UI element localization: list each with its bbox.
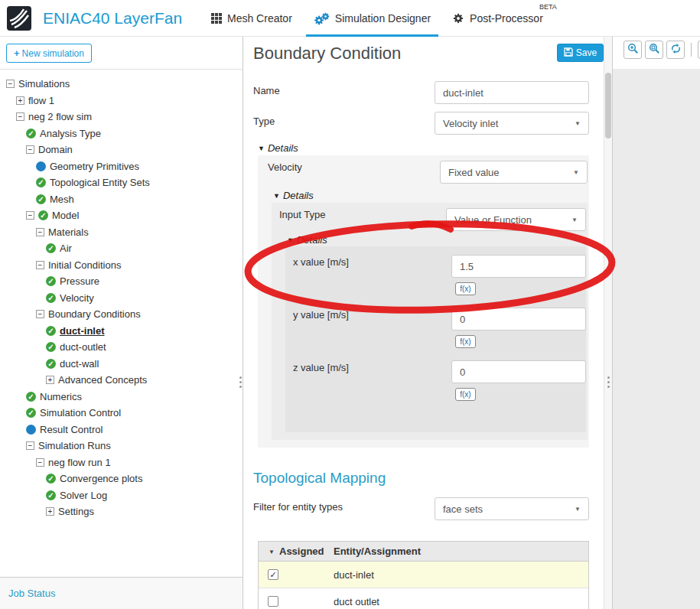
new-simulation-label: New simulation: [22, 48, 84, 59]
expand-toggle-icon[interactable]: +: [46, 376, 54, 384]
tree-item-simulations[interactable]: −Simulations: [0, 76, 243, 93]
table-row-duct-inlet[interactable]: ✓duct-inlet: [259, 562, 588, 588]
chevron-down-icon: ▼: [575, 120, 581, 127]
tree-item-duct-inlet[interactable]: ✓duct-inlet: [0, 323, 243, 340]
splitter-grip-right[interactable]: [607, 375, 610, 392]
expand-toggle-icon[interactable]: +: [16, 96, 24, 105]
tree-item-neg-2-flow-sim[interactable]: −neg 2 flow sim: [0, 109, 243, 125]
zoom-in-button[interactable]: [623, 41, 642, 59]
x-value-input[interactable]: [451, 255, 586, 278]
input-type-select[interactable]: Value or Function ▼: [446, 208, 586, 231]
tree-item-model[interactable]: −✓Model: [0, 207, 243, 224]
tab-simulation-designer[interactable]: Simulation Designer: [303, 0, 441, 37]
name-input[interactable]: [435, 81, 589, 104]
assigned-checkbox[interactable]: [268, 596, 278, 607]
refresh-button[interactable]: [666, 41, 685, 59]
tab-post-processor[interactable]: Post-ProcessorBETA: [441, 0, 554, 37]
expand-toggle-icon[interactable]: +: [46, 507, 54, 516]
y-value-input[interactable]: [451, 308, 586, 331]
tree-item-solver-log[interactable]: ✓Solver Log: [0, 487, 243, 504]
tree-item-topological-entity-sets[interactable]: ✓Topological Entity Sets: [0, 174, 243, 191]
table-header[interactable]: ▼ Assigned Entity/Assignment: [259, 542, 588, 562]
new-simulation-button[interactable]: + New simulation: [6, 44, 92, 63]
table-row-duct-outlet[interactable]: duct outlet: [259, 588, 588, 609]
check-icon: ✓: [26, 408, 36, 418]
tree-item-duct-outlet[interactable]: ✓duct-outlet: [0, 339, 243, 356]
tree-item-label: Geometry Primitives: [50, 161, 139, 172]
tree-item-mesh[interactable]: ✓Mesh: [0, 191, 243, 208]
status-dot-icon: [26, 425, 36, 435]
tree-item-advanced-concepts[interactable]: +Advanced Concepts: [0, 372, 243, 389]
collapse-toggle-icon[interactable]: −: [16, 112, 24, 121]
tree-item-boundary-conditions[interactable]: −Boundary Conditions: [0, 306, 243, 323]
zoom-box-button[interactable]: [645, 41, 663, 59]
details-toggle-2[interactable]: ▼ Details: [273, 190, 314, 201]
tree-item-duct-wall[interactable]: ✓duct-wall: [0, 356, 243, 373]
tree-item-label: neg flow run 1: [48, 457, 111, 468]
collapse-toggle-icon[interactable]: −: [26, 441, 34, 450]
tree-item-label: Mesh: [50, 194, 74, 205]
app-logo: [7, 6, 31, 31]
collapse-toggle-icon[interactable]: −: [36, 261, 44, 269]
fx-button-z[interactable]: f(x): [455, 388, 476, 401]
fx-button-y[interactable]: f(x): [455, 335, 476, 348]
entity-filter-select[interactable]: face sets ▼: [435, 497, 589, 520]
tree-item-velocity[interactable]: ✓Velocity: [0, 290, 243, 307]
collapse-toggle-icon[interactable]: −: [36, 310, 44, 318]
entity-filter-value: face sets: [443, 503, 483, 515]
name-label: Name: [253, 85, 280, 96]
collapse-toggle-icon[interactable]: −: [36, 458, 44, 467]
fx-button-x[interactable]: f(x): [455, 282, 476, 295]
tree-item-neg-flow-run-1[interactable]: −neg flow run 1: [0, 454, 243, 471]
save-button[interactable]: Save: [557, 44, 604, 62]
tree-item-domain[interactable]: −Domain: [0, 142, 243, 158]
tree-item-flow-1[interactable]: +flow 1: [0, 93, 243, 109]
assigned-checkbox[interactable]: ✓: [268, 569, 278, 580]
tree-item-label: Pressure: [60, 275, 99, 287]
topological-mapping-table: ▼ Assigned Entity/Assignment ✓duct-inlet…: [258, 541, 589, 609]
check-icon: ✓: [36, 177, 46, 187]
column-entity-assignment: Entity/Assignment: [334, 545, 421, 557]
tree-item-numerics[interactable]: ✓Numerics: [0, 389, 243, 405]
scrollbar-thumb[interactable]: [605, 73, 611, 138]
collapse-toggle-icon[interactable]: −: [36, 228, 44, 236]
tree-item-simulation-control[interactable]: ✓Simulation Control: [0, 405, 243, 422]
toolbar-separator: [691, 43, 692, 57]
tree-item-label: Result Control: [40, 424, 103, 435]
details-toggle-1[interactable]: ▼ Details: [258, 142, 298, 154]
tab-mesh-creator[interactable]: Mesh Creator: [200, 0, 303, 37]
check-icon: ✓: [26, 129, 36, 138]
check-icon: ✓: [46, 342, 56, 352]
collapse-toggle-icon[interactable]: −: [26, 211, 34, 220]
collapse-toggle-icon[interactable]: −: [6, 80, 15, 88]
velocity-select[interactable]: Fixed value ▼: [440, 161, 588, 184]
viewport-canvas[interactable]: [613, 69, 700, 609]
tree-item-label: Solver Log: [60, 490, 107, 501]
z-value-input[interactable]: [451, 360, 586, 383]
viewport-toolbar: [623, 41, 700, 59]
tree-item-convergence-plots[interactable]: ✓Convergence plots: [0, 471, 243, 487]
tree-item-settings[interactable]: +Settings: [0, 503, 243, 520]
type-select[interactable]: Velocity inlet ▼: [435, 112, 589, 135]
zoom-in-icon: [627, 43, 639, 57]
job-status-bar[interactable]: Job Status: [0, 577, 243, 609]
vertical-scrollbar[interactable]: [604, 37, 612, 609]
check-icon: ✓: [26, 392, 36, 402]
plus-icon: +: [14, 47, 20, 59]
tree-item-geometry-primitives[interactable]: Geometry Primitives: [0, 158, 243, 175]
tree-item-simulation-runs[interactable]: −Simulation Runs: [0, 438, 243, 454]
tree-item-materials[interactable]: −Materials: [0, 224, 243, 241]
tree-item-initial-conditions[interactable]: −Initial Conditions: [0, 257, 243, 274]
entity-name: duct outlet: [334, 596, 379, 607]
status-dot-icon: [36, 161, 46, 171]
tree-item-air[interactable]: ✓Air: [0, 240, 243, 257]
details-toggle-3[interactable]: ▼ Details: [287, 234, 327, 246]
splitter-grip-left[interactable]: [239, 375, 243, 392]
tree-item-analysis-type[interactable]: ✓Analysis Type: [0, 125, 243, 142]
collapse-toggle-icon[interactable]: −: [26, 145, 34, 154]
tree-item-label: Model: [52, 210, 79, 221]
details-label: Details: [297, 234, 327, 246]
column-assigned: Assigned: [279, 545, 324, 557]
tree-item-pressure[interactable]: ✓Pressure: [0, 273, 243, 290]
tree-item-result-control[interactable]: Result Control: [0, 422, 243, 438]
